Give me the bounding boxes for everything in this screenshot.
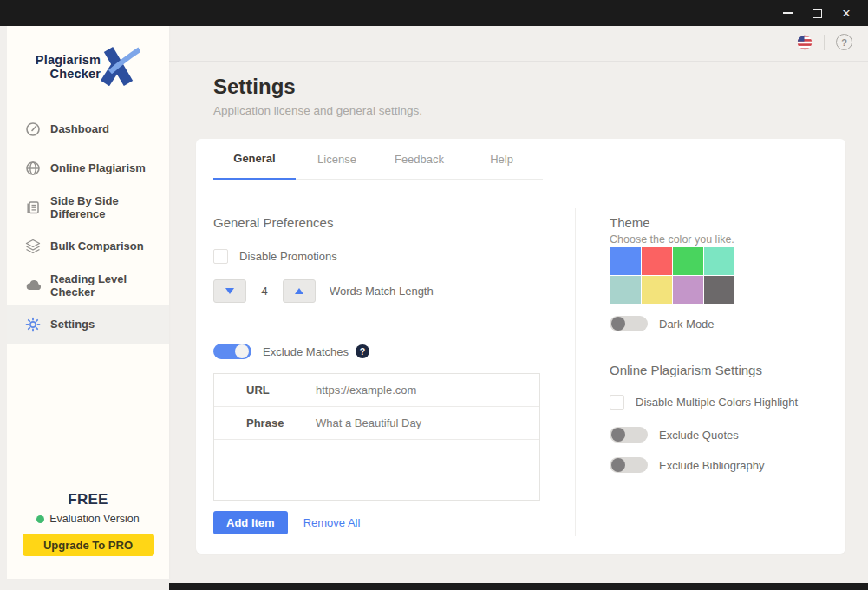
theme-swatch-pale-teal[interactable] <box>610 276 641 304</box>
cloud-icon <box>25 278 41 293</box>
plan-label: FREE <box>7 491 169 508</box>
table-row[interactable]: URL https://example.com <box>214 374 539 407</box>
online-plagiarism-settings-title: Online Plagiarism Settings <box>610 363 762 377</box>
exclude-quotes-row: Exclude Quotes <box>610 427 739 442</box>
theme-swatch-dark-gray[interactable] <box>704 276 734 304</box>
general-preferences-title: General Preferences <box>213 215 333 230</box>
row-value: https://example.com <box>316 384 416 397</box>
table-empty-area <box>214 440 539 502</box>
layers-icon <box>25 239 41 254</box>
row-type: Phrase <box>214 416 316 429</box>
disable-colors-label: Disable Multiple Colors Highlight <box>636 396 798 409</box>
maximize-icon[interactable] <box>802 0 832 26</box>
logo-line1: Plagiarism <box>36 53 101 67</box>
sidebar-item-online-plagiarism[interactable]: Online Plagiarism <box>7 148 169 187</box>
theme-swatch-yellow[interactable] <box>642 276 672 304</box>
disable-promotions-label: Disable Promotions <box>239 250 337 263</box>
theme-swatch-mint[interactable] <box>704 247 734 275</box>
dark-mode-toggle[interactable] <box>610 316 648 331</box>
exclude-quotes-label: Exclude Quotes <box>659 429 739 442</box>
exclusions-table: URL https://example.com Phrase What a Be… <box>213 373 540 501</box>
upgrade-to-pro-button[interactable]: Upgrade To PRO <box>23 534 154 556</box>
page-head: Settings Application license and general… <box>213 75 422 117</box>
settings-card: General License Feedback Help General Pr… <box>196 139 845 554</box>
app-logo-text: Plagiarism Checker <box>36 53 101 81</box>
sidebar-item-settings[interactable]: Settings <box>7 305 169 344</box>
arrow-up-icon <box>295 288 303 294</box>
decrement-button[interactable] <box>213 279 246 303</box>
tabstrip: General License Feedback Help <box>213 139 543 180</box>
toggle-knob <box>611 458 625 472</box>
theme-swatch-green[interactable] <box>673 247 703 275</box>
header-divider-line <box>169 61 868 62</box>
exclude-bibliography-row: Exclude Bibliography <box>610 457 764 473</box>
page-subtitle: Application license and general settings… <box>213 104 422 117</box>
theme-swatch-red[interactable] <box>642 247 672 275</box>
gauge-icon <box>25 121 41 137</box>
exclude-matches-label: Exclude Matches <box>263 345 349 358</box>
sidebar-item-label: Dashboard <box>50 122 109 135</box>
app-logo: Plagiarism Checker <box>7 40 169 94</box>
tab-general[interactable]: General <box>213 139 296 180</box>
close-icon[interactable]: ✕ <box>832 0 861 26</box>
toggle-knob <box>611 317 625 331</box>
sidebar-item-label: Side By Side Difference <box>50 194 169 220</box>
remove-all-link[interactable]: Remove All <box>303 516 361 529</box>
language-flag-icon[interactable] <box>797 35 813 50</box>
theme-subtitle: Choose the color you like. <box>610 233 734 246</box>
dark-mode-label: Dark Mode <box>659 318 715 331</box>
theme-swatch-lavender[interactable] <box>673 276 703 304</box>
arrow-down-icon <box>225 288 234 294</box>
header-divider <box>824 35 825 50</box>
words-match-row: 4 Words Match Length <box>213 279 434 303</box>
minimize-icon[interactable] <box>773 0 802 26</box>
dark-mode-row: Dark Mode <box>610 316 715 331</box>
add-item-button[interactable]: Add Item <box>213 511 288 534</box>
exclude-bibliography-toggle[interactable] <box>610 457 648 473</box>
exclude-matches-row: Exclude Matches ? <box>213 344 369 359</box>
window-bottom-edge <box>169 583 868 590</box>
page-title: Settings <box>213 75 422 99</box>
words-match-value: 4 <box>246 285 283 298</box>
help-icon[interactable]: ? <box>836 34 852 50</box>
theme-swatch-blue[interactable] <box>610 247 641 275</box>
disable-promotions-row: Disable Promotions <box>213 249 337 264</box>
gear-icon <box>25 317 41 332</box>
sidebar: Plagiarism Checker Dashboard <box>7 26 169 579</box>
tab-help[interactable]: Help <box>460 139 543 179</box>
sidebar-item-dashboard[interactable]: Dashboard <box>7 109 169 148</box>
disable-promotions-checkbox[interactable] <box>213 249 228 264</box>
license-status: Evaluation Version <box>7 513 169 525</box>
header-icons: ? <box>797 34 852 50</box>
toggle-knob <box>235 344 249 358</box>
sidebar-item-side-by-side[interactable]: Side By Side Difference <box>7 187 169 226</box>
words-match-label: Words Match Length <box>330 285 434 298</box>
theme-title: Theme <box>610 215 650 230</box>
document-icon <box>25 200 41 215</box>
sidebar-item-label: Reading Level Checker <box>50 272 169 298</box>
sidebar-item-bulk-comparison[interactable]: Bulk Comparison <box>7 226 169 266</box>
sidebar-item-reading-level[interactable]: Reading Level Checker <box>7 266 169 305</box>
sidebar-nav: Dashboard Online Plagiarism Side <box>7 109 169 344</box>
window-titlebar: ✕ <box>0 0 868 26</box>
exclude-matches-toggle[interactable] <box>213 344 251 359</box>
license-status-label: Evaluation Version <box>49 513 140 525</box>
sidebar-item-label: Settings <box>50 318 95 331</box>
tab-feedback[interactable]: Feedback <box>378 139 460 179</box>
row-type: URL <box>214 384 316 397</box>
row-value: What a Beautiful Day <box>316 416 421 429</box>
sidebar-item-label: Online Plagiarism <box>50 161 146 174</box>
tab-license[interactable]: License <box>296 139 378 179</box>
logo-line2: Checker <box>36 67 101 81</box>
question-badge-icon[interactable]: ? <box>356 344 369 358</box>
license-status-block: FREE Evaluation Version Upgrade To PRO <box>7 491 169 556</box>
globe-icon <box>25 161 41 176</box>
exclude-quotes-toggle[interactable] <box>610 427 648 442</box>
theme-swatch-grid <box>610 247 734 304</box>
sidebar-item-label: Bulk Comparison <box>50 239 144 252</box>
disable-colors-checkbox[interactable] <box>610 395 624 410</box>
table-row[interactable]: Phrase What a Beautiful Day <box>214 407 539 440</box>
exclude-bibliography-label: Exclude Bibliography <box>659 459 764 472</box>
disable-colors-row: Disable Multiple Colors Highlight <box>610 395 798 410</box>
increment-button[interactable] <box>283 279 316 303</box>
